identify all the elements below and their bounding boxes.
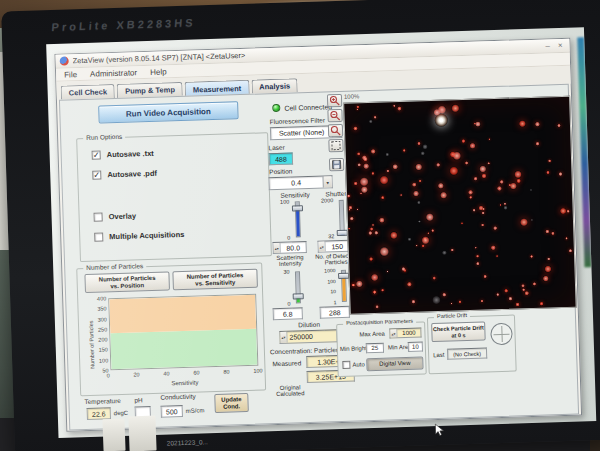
tracked-particle [353,126,358,131]
run-video-acquisition-button[interactable]: Run Video Acquisition [98,101,238,123]
zoom-in-icon[interactable] [327,94,342,107]
tracked-particle [514,171,522,179]
slider-thumb[interactable] [293,293,304,299]
sensitivity-slider[interactable]: 100 0 [290,201,305,237]
dilution-field[interactable]: ▴▾ 250000 [279,329,337,344]
tracked-particle [380,176,389,185]
menu-item-file[interactable]: File [64,70,77,79]
conductivity-field[interactable]: 500 [161,405,183,418]
tracked-particle [373,290,377,294]
zoom-reset-icon[interactable] [328,124,343,137]
x-tick-label: 40 [163,370,169,376]
check-particle-drift-button[interactable]: Check Particle Drift at 0 s [431,321,486,342]
conductivity-unit: mS/cm [186,407,205,414]
tracked-particle [475,121,481,127]
max-area-field[interactable]: ▴▾ 1000 [389,327,421,338]
tracked-particle [449,166,458,175]
menu-item-help[interactable]: Help [150,67,167,77]
auto-checkbox[interactable] [342,361,350,369]
laser-value[interactable]: 488 [269,152,293,165]
checkbox-multiple-acquisitions[interactable] [94,232,103,241]
tracked-particle [440,192,447,199]
tracked-particle [496,255,498,257]
tracked-particle [481,223,485,227]
checkbox-autosave-txt[interactable]: ✓ [92,150,101,159]
tracked-particle [450,303,452,305]
close-button[interactable]: × [558,41,563,50]
tracked-particle [469,196,472,199]
tracked-particle [400,194,402,196]
tracked-particle [547,258,550,261]
scattering-value-field[interactable]: 6.8 [273,307,303,320]
slider-fill [296,209,300,236]
conductivity-label: Conductivity [160,393,196,401]
checkbox-label: Autosave .pdf [107,169,157,180]
tracked-particle [530,189,532,191]
tracked-particle [407,282,412,287]
tracked-particle [427,232,430,235]
menu-item-administrator[interactable]: Administrator [90,68,137,78]
update-cond-button[interactable]: Update Cond. [214,393,249,413]
particles-vs-position-button[interactable]: Number of Particles vs. Position [84,271,170,293]
position-spinner[interactable]: ▾ [322,176,331,187]
tracked-particle [480,299,483,302]
tracked-particle [392,164,398,170]
number-of-particles-title: Number of Particles [83,262,146,271]
tracked-particle [374,231,378,235]
tracked-particle [437,182,444,189]
zetaview-logo-icon [60,56,69,65]
checkbox-overlay[interactable] [93,212,102,221]
mouse-cursor [434,423,444,437]
checkbox-autosave-pdf[interactable]: ✓ [92,170,101,179]
drift-position-indicator [490,323,513,346]
chart-band-lower-band [110,329,257,370]
video-zoom-level: 100% [344,93,360,99]
fit-view-icon[interactable] [328,139,343,152]
scattering-intensity-slider[interactable]: 30 0 [290,271,305,303]
ph-label: pH [134,396,143,403]
tracked-particle [491,245,496,250]
position-field[interactable]: 0.4 ▾ [268,175,332,190]
tracked-particle [476,255,479,258]
zoom-out-icon[interactable] [327,109,342,122]
checkbox-label: Multiple Acquisitions [109,230,184,241]
tracked-particle [408,237,411,240]
slider-tick-label: 100 [327,278,336,284]
tracked-particle [393,105,396,108]
particles-vs-sensitivity-button[interactable]: Number of Particles vs. Sensitivity [172,269,258,291]
tracked-particle [363,157,368,162]
status-filename: 20211223_0... [167,438,208,446]
tracked-particle [431,229,434,232]
tracked-particle [508,296,512,300]
tracked-particle [353,181,358,186]
tab-analysis[interactable]: Analysis [251,78,298,93]
min-bright-field[interactable]: 25 [366,343,384,354]
slider-thumb[interactable] [338,273,349,279]
tracked-particle [461,222,463,224]
sensitivity-label: Sensitivity [275,191,315,199]
slider-tick-label: 1000 [324,267,335,273]
x-tick-label: 0 [107,372,110,378]
tracked-particle [500,180,504,184]
particle-video-view[interactable] [343,96,577,315]
slider-thumb[interactable] [292,205,303,211]
slider-thumb[interactable] [337,230,348,236]
tracked-particle [425,213,433,221]
tracked-particle [548,160,550,162]
detected-value-field[interactable]: 288 [320,306,350,319]
tracked-particle [357,163,360,166]
foreground-object [128,416,156,451]
tracked-particle [369,231,373,235]
digital-view-button[interactable]: Digital View [366,356,423,371]
save-frame-icon[interactable] [329,158,344,171]
x-tick-label: 100 [253,368,262,374]
shutter-value-field[interactable]: ▴▾ 150 [317,240,349,253]
tracked-particle [535,122,540,127]
tracked-particle [411,300,415,304]
tracked-particle [348,227,350,229]
minimize-button[interactable]: – [545,41,550,50]
tracked-particle [390,232,398,240]
min-area-field[interactable]: 10 [408,341,423,351]
desktop-wallpaper-sliver [577,37,591,267]
sensitivity-value-field[interactable]: ▴▾ 80.0 [273,241,307,254]
